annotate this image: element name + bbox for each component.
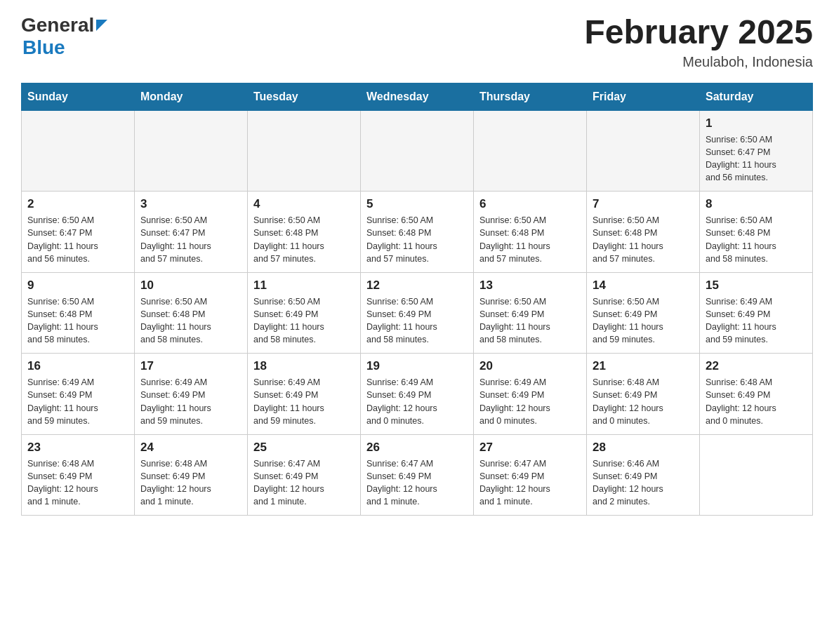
day-number: 26	[366, 441, 468, 455]
day-number: 1	[706, 116, 807, 130]
calendar-title: February 2025	[584, 14, 813, 51]
header-thursday: Thursday	[474, 83, 587, 110]
day-info: Sunrise: 6:50 AM Sunset: 6:49 PM Dayligh…	[253, 295, 355, 347]
day-cell	[22, 110, 135, 192]
day-info: Sunrise: 6:50 AM Sunset: 6:48 PM Dayligh…	[27, 295, 128, 347]
page-header: General Blue February 2025 Meulaboh, Ind…	[21, 14, 813, 70]
day-info: Sunrise: 6:50 AM Sunset: 6:48 PM Dayligh…	[366, 214, 468, 265]
day-number: 15	[706, 279, 807, 293]
day-info: Sunrise: 6:50 AM Sunset: 6:47 PM Dayligh…	[27, 214, 128, 265]
week-row-0: 1Sunrise: 6:50 AM Sunset: 6:47 PM Daylig…	[22, 110, 813, 192]
header-sunday: Sunday	[22, 83, 135, 110]
day-cell: 28Sunrise: 6:46 AM Sunset: 6:49 PM Dayli…	[587, 434, 700, 516]
day-cell	[587, 110, 700, 192]
day-cell: 20Sunrise: 6:49 AM Sunset: 6:49 PM Dayli…	[474, 354, 587, 435]
day-number: 24	[140, 441, 241, 455]
day-number: 23	[27, 441, 128, 455]
day-number: 3	[140, 197, 241, 211]
day-cell: 2Sunrise: 6:50 AM Sunset: 6:47 PM Daylig…	[22, 192, 135, 273]
day-number: 5	[366, 197, 468, 211]
calendar-header-row: SundayMondayTuesdayWednesdayThursdayFrid…	[22, 83, 813, 110]
day-number: 10	[140, 279, 241, 293]
day-info: Sunrise: 6:50 AM Sunset: 6:49 PM Dayligh…	[366, 295, 468, 347]
day-cell: 17Sunrise: 6:49 AM Sunset: 6:49 PM Dayli…	[135, 354, 248, 435]
week-row-3: 16Sunrise: 6:49 AM Sunset: 6:49 PM Dayli…	[22, 354, 813, 435]
day-cell: 11Sunrise: 6:50 AM Sunset: 6:49 PM Dayli…	[248, 272, 361, 354]
day-cell: 12Sunrise: 6:50 AM Sunset: 6:49 PM Dayli…	[361, 272, 474, 354]
day-info: Sunrise: 6:49 AM Sunset: 6:49 PM Dayligh…	[140, 376, 241, 427]
week-row-2: 9Sunrise: 6:50 AM Sunset: 6:48 PM Daylig…	[22, 272, 813, 354]
day-info: Sunrise: 6:47 AM Sunset: 6:49 PM Dayligh…	[253, 457, 355, 509]
day-cell: 1Sunrise: 6:50 AM Sunset: 6:47 PM Daylig…	[700, 110, 813, 192]
day-cell: 23Sunrise: 6:48 AM Sunset: 6:49 PM Dayli…	[22, 434, 135, 516]
day-info: Sunrise: 6:48 AM Sunset: 6:49 PM Dayligh…	[140, 457, 241, 509]
week-row-1: 2Sunrise: 6:50 AM Sunset: 6:47 PM Daylig…	[22, 192, 813, 273]
day-info: Sunrise: 6:47 AM Sunset: 6:49 PM Dayligh…	[366, 457, 468, 509]
calendar-table: SundayMondayTuesdayWednesdayThursdayFrid…	[21, 83, 813, 516]
day-number: 4	[253, 197, 355, 211]
day-number: 14	[593, 279, 694, 293]
day-cell	[700, 434, 813, 516]
day-cell: 10Sunrise: 6:50 AM Sunset: 6:48 PM Dayli…	[135, 272, 248, 354]
day-number: 19	[366, 359, 468, 373]
day-number: 21	[593, 359, 694, 373]
logo-blue-row: Blue	[22, 36, 65, 59]
day-number: 8	[706, 197, 807, 211]
header-saturday: Saturday	[700, 83, 813, 110]
day-info: Sunrise: 6:49 AM Sunset: 6:49 PM Dayligh…	[706, 295, 807, 347]
logo: General Blue	[21, 14, 107, 59]
day-number: 7	[593, 197, 694, 211]
day-info: Sunrise: 6:49 AM Sunset: 6:49 PM Dayligh…	[253, 376, 355, 427]
day-info: Sunrise: 6:48 AM Sunset: 6:49 PM Dayligh…	[593, 376, 694, 427]
day-cell	[361, 110, 474, 192]
day-number: 25	[253, 441, 355, 455]
day-cell: 19Sunrise: 6:49 AM Sunset: 6:49 PM Dayli…	[361, 354, 474, 435]
title-block: February 2025 Meulaboh, Indonesia	[584, 14, 813, 70]
logo-general-text: General	[21, 14, 94, 36]
day-cell: 3Sunrise: 6:50 AM Sunset: 6:47 PM Daylig…	[135, 192, 248, 273]
day-number: 28	[593, 441, 694, 455]
day-number: 9	[27, 279, 128, 293]
day-cell: 18Sunrise: 6:49 AM Sunset: 6:49 PM Dayli…	[248, 354, 361, 435]
week-row-4: 23Sunrise: 6:48 AM Sunset: 6:49 PM Dayli…	[22, 434, 813, 516]
day-number: 6	[479, 197, 581, 211]
day-info: Sunrise: 6:48 AM Sunset: 6:49 PM Dayligh…	[27, 457, 128, 509]
day-cell: 25Sunrise: 6:47 AM Sunset: 6:49 PM Dayli…	[248, 434, 361, 516]
day-cell: 21Sunrise: 6:48 AM Sunset: 6:49 PM Dayli…	[587, 354, 700, 435]
day-info: Sunrise: 6:50 AM Sunset: 6:49 PM Dayligh…	[479, 295, 581, 347]
day-cell: 16Sunrise: 6:49 AM Sunset: 6:49 PM Dayli…	[22, 354, 135, 435]
day-cell	[474, 110, 587, 192]
day-cell: 5Sunrise: 6:50 AM Sunset: 6:48 PM Daylig…	[361, 192, 474, 273]
logo-blue-text: Blue	[22, 36, 65, 58]
calendar-subtitle: Meulaboh, Indonesia	[584, 54, 813, 70]
day-number: 17	[140, 359, 241, 373]
day-cell: 9Sunrise: 6:50 AM Sunset: 6:48 PM Daylig…	[22, 272, 135, 354]
day-info: Sunrise: 6:50 AM Sunset: 6:48 PM Dayligh…	[140, 295, 241, 347]
day-info: Sunrise: 6:50 AM Sunset: 6:47 PM Dayligh…	[706, 133, 807, 185]
day-info: Sunrise: 6:48 AM Sunset: 6:49 PM Dayligh…	[706, 376, 807, 427]
day-cell	[135, 110, 248, 192]
day-number: 12	[366, 279, 468, 293]
day-info: Sunrise: 6:50 AM Sunset: 6:47 PM Dayligh…	[140, 214, 241, 265]
header-wednesday: Wednesday	[361, 83, 474, 110]
logo-general-row: General	[21, 14, 107, 36]
header-monday: Monday	[135, 83, 248, 110]
day-cell: 26Sunrise: 6:47 AM Sunset: 6:49 PM Dayli…	[361, 434, 474, 516]
logo-arrow-icon	[96, 20, 107, 34]
day-cell: 15Sunrise: 6:49 AM Sunset: 6:49 PM Dayli…	[700, 272, 813, 354]
day-number: 13	[479, 279, 581, 293]
day-info: Sunrise: 6:46 AM Sunset: 6:49 PM Dayligh…	[593, 457, 694, 509]
day-cell: 27Sunrise: 6:47 AM Sunset: 6:49 PM Dayli…	[474, 434, 587, 516]
day-cell: 4Sunrise: 6:50 AM Sunset: 6:48 PM Daylig…	[248, 192, 361, 273]
day-number: 27	[479, 441, 581, 455]
day-info: Sunrise: 6:50 AM Sunset: 6:49 PM Dayligh…	[593, 295, 694, 347]
day-number: 16	[27, 359, 128, 373]
day-number: 11	[253, 279, 355, 293]
day-info: Sunrise: 6:49 AM Sunset: 6:49 PM Dayligh…	[27, 376, 128, 427]
day-cell: 8Sunrise: 6:50 AM Sunset: 6:48 PM Daylig…	[700, 192, 813, 273]
day-number: 18	[253, 359, 355, 373]
day-cell	[248, 110, 361, 192]
day-info: Sunrise: 6:47 AM Sunset: 6:49 PM Dayligh…	[479, 457, 581, 509]
day-cell: 7Sunrise: 6:50 AM Sunset: 6:48 PM Daylig…	[587, 192, 700, 273]
day-cell: 13Sunrise: 6:50 AM Sunset: 6:49 PM Dayli…	[474, 272, 587, 354]
